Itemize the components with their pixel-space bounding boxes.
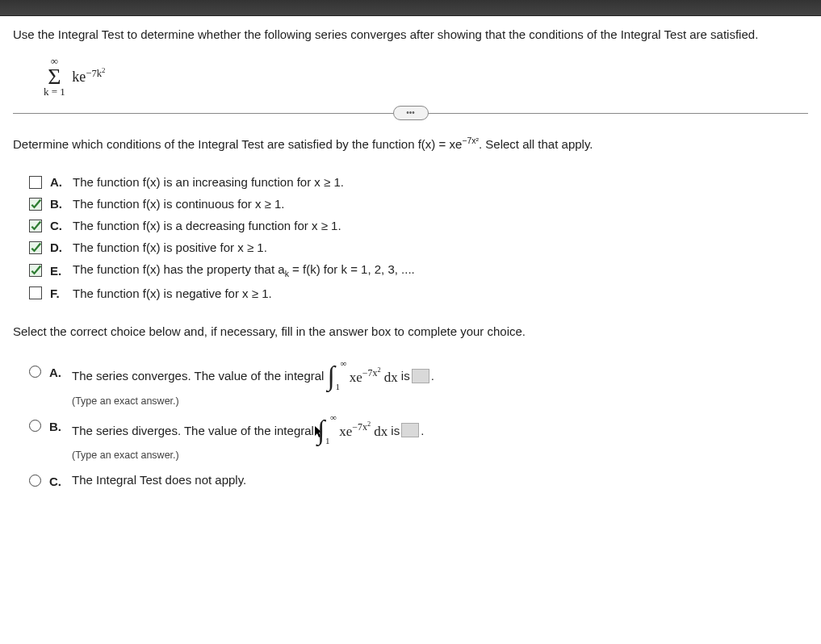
checkbox-option-E: E.The function f(x) has the property tha… [29, 261, 808, 280]
option-text: The function f(x) is continuous for x ≥ … [73, 195, 285, 212]
option-body: The series diverges. The value of the in… [72, 416, 808, 463]
subquestion-1-prompt: Determine which conditions of the Integr… [13, 135, 808, 153]
integral-sign: ∞∫1 [327, 362, 334, 390]
checkbox-option-F: F.The function f(x) is negative for x ≥ … [29, 285, 808, 302]
sq1-post: . Select all that apply. [479, 137, 593, 151]
integral-expression: ∞∫1xe−7x2 dx [317, 416, 387, 444]
checkbox-D[interactable] [29, 241, 42, 254]
option-letter: B. [50, 195, 65, 212]
radio-option-C: C.The Integral Test does not apply. [29, 471, 808, 490]
sigma-notation: ∞ Σ k = 1 [44, 56, 65, 97]
checkbox-E[interactable] [29, 264, 42, 277]
period: . [421, 422, 424, 439]
expand-button[interactable]: ••• [393, 106, 429, 120]
option-text: The function f(x) is negative for x ≥ 1. [73, 285, 272, 302]
integral-lower: 1 [325, 437, 330, 445]
integral-upper: ∞ [330, 413, 337, 422]
period: . [431, 367, 434, 384]
radio-option-A: A.The series converges. The value of the… [29, 362, 808, 409]
option-text-pre: The series diverges. The value of the in… [72, 422, 314, 439]
option-text: The function f(x) has the property that … [73, 261, 415, 280]
radio-option-B: B.The series diverges. The value of the … [29, 416, 808, 463]
option-letter: C. [49, 471, 64, 490]
checkbox-A[interactable] [29, 176, 42, 189]
option-body: The series converges. The value of the i… [72, 362, 808, 409]
checkbox-option-C: C.The function f(x) is a decreasing func… [29, 217, 808, 234]
integral-sign: ∞∫1 [317, 416, 325, 444]
radio-B[interactable] [29, 420, 41, 432]
option-letter: A. [49, 362, 64, 381]
answer-hint: (Type an exact answer.) [72, 395, 808, 409]
option-letter: E. [50, 262, 65, 279]
top-bar [0, 0, 821, 16]
option-body: The Integral Test does not apply. [72, 471, 808, 488]
answer-hint: (Type an exact answer.) [72, 449, 808, 463]
checkbox-option-D: D.The function f(x) is positive for x ≥ … [29, 239, 808, 256]
checkbox-F[interactable] [29, 286, 42, 299]
sq1-exp: −7x² [462, 136, 479, 145]
integral-expression: ∞∫1xe−7x2 dx [327, 362, 397, 390]
option-text-post: is [401, 367, 410, 384]
integral-lower: 1 [335, 383, 340, 391]
option-letter: B. [49, 416, 64, 435]
prompt-text: Use the Integral Test to determine wheth… [13, 27, 758, 41]
sigma-symbol: Σ [44, 66, 65, 86]
checkbox-C[interactable] [29, 220, 42, 232]
answer-input[interactable] [412, 369, 429, 383]
integrand: xe−7x2 dx [339, 420, 387, 441]
option-letter: C. [50, 217, 65, 234]
radio-C[interactable] [29, 475, 41, 487]
option-letter: D. [50, 239, 65, 256]
radio-A[interactable] [29, 366, 41, 378]
radio-options: A.The series converges. The value of the… [13, 351, 808, 490]
option-text: The function f(x) is positive for x ≥ 1. [73, 239, 267, 256]
checkbox-option-B: B.The function f(x) is continuous for x … [29, 195, 808, 212]
answer-input[interactable] [401, 423, 419, 437]
integrand: xe−7x2 dx [350, 366, 398, 387]
section-divider: ••• [13, 113, 808, 114]
question-content: Use the Integral Test to determine wheth… [0, 16, 821, 514]
sq1-pre: Determine which conditions of the Integr… [13, 137, 462, 151]
option-text: The function f(x) is a decreasing functi… [73, 217, 341, 234]
option-letter: A. [50, 174, 65, 190]
checkbox-option-A: A.The function f(x) is an increasing fun… [29, 174, 808, 190]
series-formula: ∞ Σ k = 1 ke−7k2 [13, 49, 808, 105]
question-prompt: Use the Integral Test to determine wheth… [13, 26, 808, 43]
series-term: ke−7k2 [72, 65, 105, 87]
sigma-lower: k = 1 [44, 86, 65, 97]
option-letter: F. [50, 285, 65, 302]
option-text: The function f(x) is an increasing funct… [73, 174, 344, 190]
checkbox-options: A.The function f(x) is an increasing fun… [13, 164, 808, 316]
option-text-post: is [391, 422, 400, 439]
checkbox-B[interactable] [29, 198, 42, 211]
subquestion-2-prompt: Select the correct choice below and, if … [13, 323, 808, 340]
integral-upper: ∞ [340, 359, 346, 368]
sq2-text: Select the correct choice below and, if … [13, 324, 526, 338]
option-text-pre: The series converges. The value of the i… [72, 367, 324, 384]
